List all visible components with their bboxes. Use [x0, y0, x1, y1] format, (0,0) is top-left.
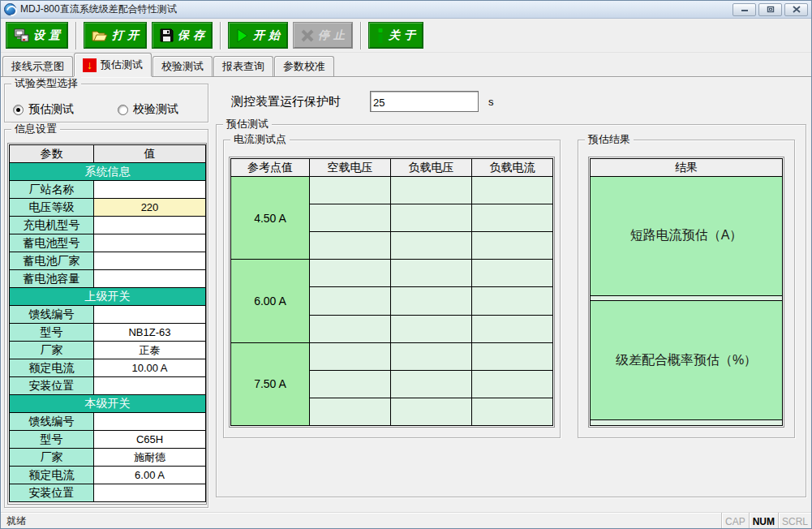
current-test-points-group-label: 电流测试点: [230, 133, 290, 146]
measurement-cell[interactable]: [310, 287, 391, 315]
prediction-results-grid: 结果 短路电流预估（A）级差配合概率预估（%）: [588, 157, 784, 428]
open-button[interactable]: 打开: [84, 22, 147, 49]
start-button-label: 开始: [253, 28, 284, 43]
status-bar: 就绪 CAP NUM SCRL: [1, 512, 811, 529]
prediction-test-group-label: 预估测试: [223, 118, 272, 131]
measurement-cell[interactable]: [310, 370, 391, 398]
value-cell[interactable]: [94, 234, 206, 252]
load-current-column-header: 负载电流: [472, 159, 553, 177]
param-cell: 蓄电池型号: [10, 234, 94, 252]
value-cell[interactable]: [94, 484, 206, 502]
protection-time-label: 测控装置运行保护时: [231, 94, 341, 110]
save-floppy-icon: [160, 28, 174, 42]
open-folder-icon: [92, 29, 108, 42]
table-row: [591, 295, 783, 301]
measurement-cell[interactable]: [472, 398, 553, 425]
settings-button-label: 设置: [33, 28, 64, 43]
start-button[interactable]: 开始: [228, 22, 288, 49]
value-cell[interactable]: [94, 413, 206, 431]
measurement-cell[interactable]: [472, 370, 553, 398]
about-button[interactable]: 关于: [368, 22, 423, 49]
maximize-button[interactable]: [758, 3, 782, 16]
radio-verification-test[interactable]: 校验测试: [118, 102, 178, 117]
tab-wiring-diagram[interactable]: 接线示意图: [2, 56, 73, 76]
value-cell[interactable]: NB1Z-63: [94, 324, 206, 342]
table-row: 充电机型号: [10, 217, 206, 234]
value-cell[interactable]: 正泰: [94, 342, 206, 359]
value-cell[interactable]: [94, 252, 206, 270]
measurement-cell[interactable]: [472, 342, 553, 370]
measurement-cell[interactable]: [391, 315, 472, 342]
table-row: 型号C65H: [10, 431, 206, 449]
value-cell[interactable]: 220: [94, 199, 206, 217]
tab-verification-test[interactable]: 校验测试: [153, 56, 213, 76]
result-column-header: 结果: [591, 159, 783, 177]
measurement-cell[interactable]: [391, 204, 472, 232]
measurement-cell[interactable]: [472, 315, 553, 342]
tab-report-query[interactable]: 报表查询: [213, 56, 273, 76]
measurement-cell[interactable]: [391, 232, 472, 260]
tab-page-prediction-test: 试验类型选择 预估测试 校验测试 信息设置: [1, 77, 811, 512]
value-cell[interactable]: 6.00 A: [94, 467, 206, 484]
param-cell: 型号: [10, 324, 94, 342]
measurement-cell[interactable]: [310, 232, 391, 260]
measurement-cell[interactable]: [310, 177, 391, 204]
save-button[interactable]: 保存: [152, 22, 213, 49]
value-cell[interactable]: 施耐德: [94, 449, 206, 467]
value-cell[interactable]: [94, 306, 206, 324]
value-cell[interactable]: [94, 217, 206, 234]
window-title: MDJ-800直流系统级差配合特性测试: [20, 2, 177, 16]
measurement-cell[interactable]: [472, 232, 553, 260]
measurement-cell[interactable]: [310, 398, 391, 425]
value-cell[interactable]: [94, 270, 206, 288]
param-cell: 馈线编号: [10, 306, 94, 324]
value-cell[interactable]: [94, 181, 206, 199]
toolbar-separator: [220, 22, 221, 49]
load-voltage-column-header: 负载电压: [391, 159, 472, 177]
radio-button-icon[interactable]: [13, 105, 24, 115]
table-row: 额定电流6.00 A: [10, 467, 206, 484]
measurement-cell[interactable]: [391, 287, 472, 315]
close-button[interactable]: [784, 3, 808, 16]
protection-time-input[interactable]: [370, 91, 479, 112]
value-cell[interactable]: [94, 377, 206, 395]
measurement-cell[interactable]: [310, 342, 391, 370]
measurement-cell[interactable]: [391, 260, 472, 287]
tab-parameter-calibration[interactable]: 参数校准: [274, 56, 334, 76]
ref-point-cell: 6.00 A: [231, 260, 310, 342]
tab-prediction-test[interactable]: ↓ 预估测试: [74, 53, 152, 76]
param-cell: 蓄电池厂家: [10, 252, 94, 270]
measurement-cell[interactable]: [472, 177, 553, 204]
start-play-icon: [236, 28, 249, 43]
radio-button-icon[interactable]: [118, 105, 128, 115]
minimize-button[interactable]: [733, 3, 756, 16]
value-cell[interactable]: C65H: [94, 431, 206, 449]
measurement-cell[interactable]: [391, 342, 472, 370]
table-row: 厂家正泰: [10, 342, 206, 359]
measurement-cell[interactable]: [391, 398, 472, 425]
radio-prediction-test[interactable]: 预估测试: [13, 102, 74, 117]
table-row: 级差配合概率预估（%）: [591, 301, 783, 420]
measurement-cell[interactable]: [391, 370, 472, 398]
prediction-results-group-label: 预估结果: [585, 133, 634, 146]
stop-button[interactable]: 停止: [293, 22, 353, 49]
param-column-header: 参数: [10, 145, 94, 163]
measurement-cell[interactable]: [391, 177, 472, 204]
scroll-lock-indicator: SCRL: [778, 513, 811, 529]
result-label-cell: 短路电流预估（A）: [591, 177, 783, 296]
settings-button[interactable]: 设置: [6, 22, 68, 49]
maximize-icon: [767, 6, 775, 13]
measurement-cell[interactable]: [472, 260, 553, 287]
measurement-cell[interactable]: [472, 204, 553, 232]
open-button-label: 打开: [112, 28, 143, 43]
param-cell: 蓄电池容量: [10, 270, 94, 288]
value-cell[interactable]: 10.00 A: [94, 359, 206, 377]
measurement-cell[interactable]: [310, 260, 391, 287]
measurement-cell[interactable]: [310, 204, 391, 232]
measurement-cell[interactable]: [472, 287, 553, 315]
measurement-cell[interactable]: [310, 315, 391, 342]
status-message: 就绪: [1, 514, 26, 528]
tab-label: 报表查询: [222, 59, 264, 74]
toolbar-separator: [360, 22, 362, 49]
tab-bar: 接线示意图 ↓ 预估测试 校验测试 报表查询 参数校准: [1, 53, 811, 77]
